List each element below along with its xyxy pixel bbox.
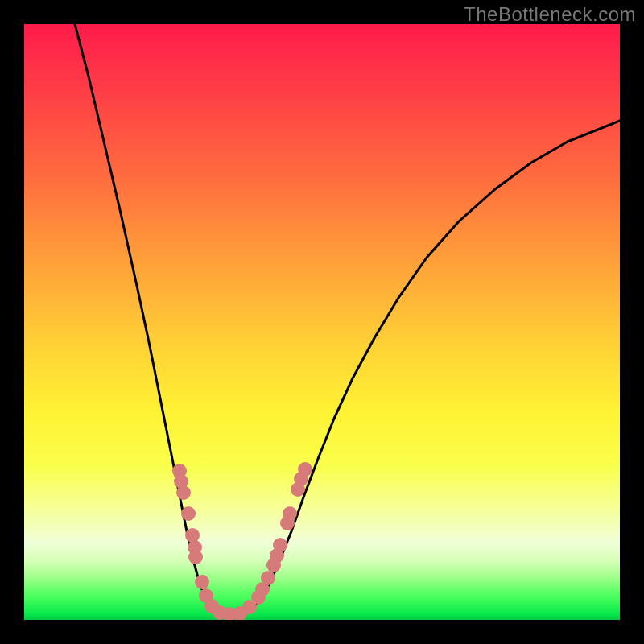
marker-left [195, 575, 209, 589]
marker-right [273, 538, 287, 552]
plot-area [24, 24, 620, 620]
marker-right [298, 462, 312, 477]
watermark-text: TheBottleneck.com [464, 3, 636, 26]
outer-frame: TheBottleneck.com [0, 0, 644, 644]
marker-right [261, 571, 275, 585]
bottleneck-curve [75, 24, 620, 616]
marker-left [181, 506, 196, 521]
marker-left [176, 485, 191, 500]
marker-right [283, 506, 297, 521]
marker-left [185, 528, 200, 543]
chart-svg [24, 24, 620, 620]
marker-left [188, 550, 203, 564]
